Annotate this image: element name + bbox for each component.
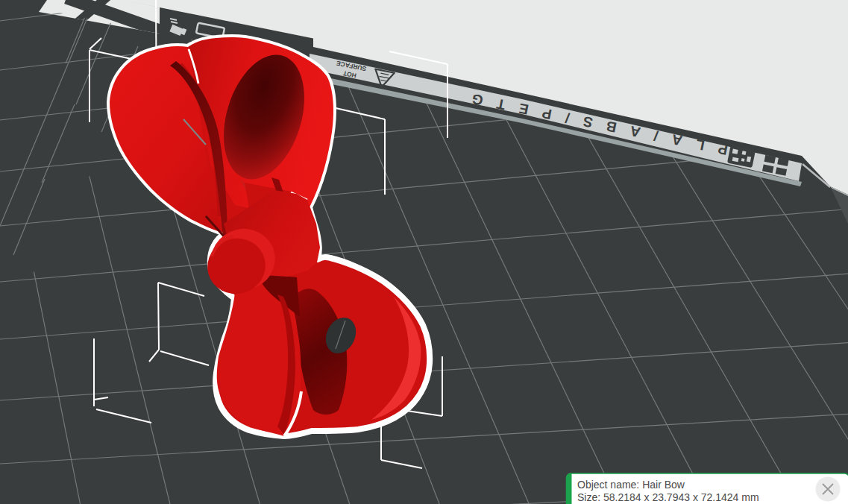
svg-text:Size: 58.2184 x 23.7943 x 72.1: Size: 58.2184 x 23.7943 x 72.1424 mm	[577, 491, 759, 503]
svg-text:Object name: Hair Bow: Object name: Hair Bow	[577, 479, 685, 491]
